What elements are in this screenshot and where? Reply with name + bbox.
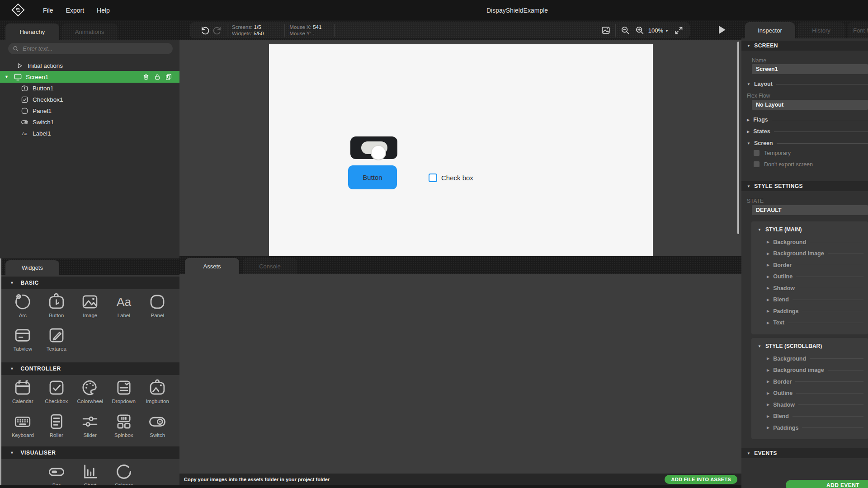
tree-item-screen1[interactable]: ▼ Screen1 — [0, 71, 179, 83]
section-visualiser[interactable]: ▼ VISUALISER — [0, 446, 179, 459]
screen1-canvas[interactable]: Button Check box — [269, 44, 653, 256]
duplicate-icon[interactable] — [165, 73, 172, 80]
search-input[interactable] — [23, 45, 158, 52]
widget-spinbox[interactable]: Spinbox — [107, 411, 141, 438]
undo-icon[interactable] — [200, 25, 210, 35]
widget-switch[interactable]: Switch — [141, 411, 175, 438]
tree-item-initial-actions[interactable]: Initial actions — [0, 60, 179, 71]
flex-flow-label: Flex Flow — [747, 93, 770, 99]
style-item-border[interactable]: ▶Border — [751, 376, 868, 388]
zoom-in-icon[interactable] — [635, 25, 645, 35]
button1-widget[interactable]: Button — [348, 165, 397, 189]
tree-item-button1[interactable]: Button1 — [0, 83, 179, 94]
style-scrollbar-header[interactable]: ▼ STYLE (SCROLLBAR) — [751, 338, 868, 349]
tab-animations[interactable]: Animations — [61, 23, 118, 40]
zoom-level[interactable]: 100% — [648, 27, 663, 34]
zoom-out-icon[interactable] — [620, 25, 630, 35]
widget-panel[interactable]: Panel — [141, 291, 175, 318]
add-file-into-assets-button[interactable]: ADD FILE INTO ASSETS — [665, 475, 737, 484]
widget-arc[interactable]: Arc — [6, 291, 40, 318]
tree-item-checkbox1[interactable]: Checkbox1 — [0, 94, 179, 105]
widget-keyboard[interactable]: Keyboard — [6, 411, 40, 438]
style-item-shadow[interactable]: ▶Shadow — [751, 282, 868, 294]
assets-panel[interactable] — [179, 274, 741, 474]
tab-console[interactable]: Console — [243, 258, 297, 274]
section-style-settings[interactable]: ▼ STYLE SETTINGS — [741, 181, 868, 191]
tab-font-manager[interactable]: Font Mar — [848, 22, 868, 38]
checkbox-box[interactable] — [429, 174, 437, 182]
menu-file[interactable]: File — [37, 0, 60, 20]
style-item-background-image[interactable]: ▶Background image — [751, 365, 868, 376]
expand-arrow-icon[interactable]: ▼ — [5, 75, 9, 79]
style-item-shadow[interactable]: ▶Shadow — [751, 399, 868, 411]
widget-image[interactable]: Image — [73, 291, 107, 318]
states-group[interactable]: ▶States — [747, 128, 868, 135]
fit-screen-icon[interactable] — [674, 26, 684, 35]
widget-tabview[interactable]: Tabview — [6, 325, 40, 352]
name-field[interactable]: Screen1 — [752, 64, 868, 74]
widget-dropdown[interactable]: Dropdown — [107, 377, 141, 404]
hierarchy-search[interactable] — [8, 43, 173, 54]
name-label: Name — [752, 57, 766, 64]
tab-widgets[interactable]: Widgets — [5, 260, 59, 275]
widget-slider[interactable]: Slider — [73, 411, 107, 438]
state-field[interactable]: DEFAULT — [752, 205, 868, 215]
tab-history[interactable]: History — [797, 22, 845, 38]
design-canvas[interactable]: Button Check box — [179, 40, 741, 256]
layout-group[interactable]: ▼Layout — [747, 81, 868, 87]
screen-group[interactable]: ▼Screen — [747, 140, 868, 146]
add-event-button[interactable]: ADD EVENT — [786, 480, 868, 488]
widget-imgbutton[interactable]: Imgbutton — [141, 377, 175, 404]
style-item-paddings[interactable]: ▶Paddings — [751, 305, 868, 317]
widget-spinner[interactable]: Spinner — [107, 461, 141, 488]
widget-roller[interactable]: Roller — [40, 411, 74, 438]
section-controller[interactable]: ▼ CONTROLLER — [0, 362, 179, 375]
play-icon[interactable] — [716, 24, 727, 36]
lock-icon[interactable] — [154, 73, 161, 80]
section-screen[interactable]: ▼ SCREEN — [741, 41, 868, 51]
temporary-checkbox[interactable] — [754, 150, 760, 156]
widget-calendar[interactable]: Calendar — [6, 377, 40, 404]
style-item-outline[interactable]: ▶Outline — [751, 388, 868, 399]
delete-icon[interactable] — [142, 73, 150, 80]
tab-inspector[interactable]: Inspector — [745, 22, 795, 38]
panel1-widget[interactable] — [350, 136, 397, 159]
style-item-border[interactable]: ▶Border — [751, 259, 868, 271]
menu-help[interactable]: Help — [90, 0, 116, 20]
redo-icon[interactable] — [212, 25, 222, 35]
style-item-background-image[interactable]: ▶Background image — [751, 248, 868, 260]
widget-bar[interactable]: Bar — [40, 461, 74, 488]
widget-colorwheel[interactable]: Colorwheel — [73, 377, 107, 404]
widget-button[interactable]: Button — [40, 291, 74, 318]
canvas-scrollbar[interactable] — [737, 42, 739, 234]
style-main-header[interactable]: ▼ STYLE (MAIN) — [751, 221, 868, 233]
style-item-outline[interactable]: ▶Outline — [751, 271, 868, 283]
flex-flow-field[interactable]: No Layout — [752, 100, 868, 110]
menu-export[interactable]: Export — [60, 0, 90, 20]
tab-hierarchy[interactable]: Hierarchy — [5, 23, 59, 40]
style-item-blend[interactable]: ▶Blend — [751, 411, 868, 422]
widget-label[interactable]: Aa Label — [107, 291, 141, 318]
chevron-down-icon[interactable]: ▼ — [665, 29, 669, 33]
section-basic[interactable]: ▼ BASIC — [0, 277, 179, 289]
style-item-background[interactable]: ▶Background — [751, 353, 868, 365]
section-events[interactable]: ▼ EVENTS — [741, 448, 868, 458]
widget-chart[interactable]: Chart — [73, 461, 107, 488]
style-item-text[interactable]: ▶Text — [751, 317, 868, 329]
switch-knob[interactable] — [371, 145, 386, 160]
style-item-paddings[interactable]: ▶Paddings — [751, 422, 868, 434]
flags-group[interactable]: ▶Flags — [747, 117, 868, 123]
background-image-icon[interactable] — [601, 25, 611, 35]
widget-checkbox[interactable]: Checkbox — [40, 377, 74, 404]
dont-export-checkbox[interactable] — [754, 161, 760, 167]
tab-assets[interactable]: Assets — [185, 258, 239, 274]
widgets-scrollbar[interactable] — [0, 258, 1, 488]
switch1-widget[interactable] — [361, 141, 387, 154]
tree-item-switch1[interactable]: Switch1 — [0, 117, 179, 128]
tree-item-panel1[interactable]: Panel1 — [0, 105, 179, 117]
widget-textarea[interactable]: Textarea — [40, 325, 74, 352]
checkbox1-widget[interactable]: Check box — [429, 174, 473, 182]
style-item-blend[interactable]: ▶Blend — [751, 294, 868, 306]
style-item-background[interactable]: ▶Background — [751, 236, 868, 248]
tree-item-label1[interactable]: Aa Label1 — [0, 128, 179, 139]
